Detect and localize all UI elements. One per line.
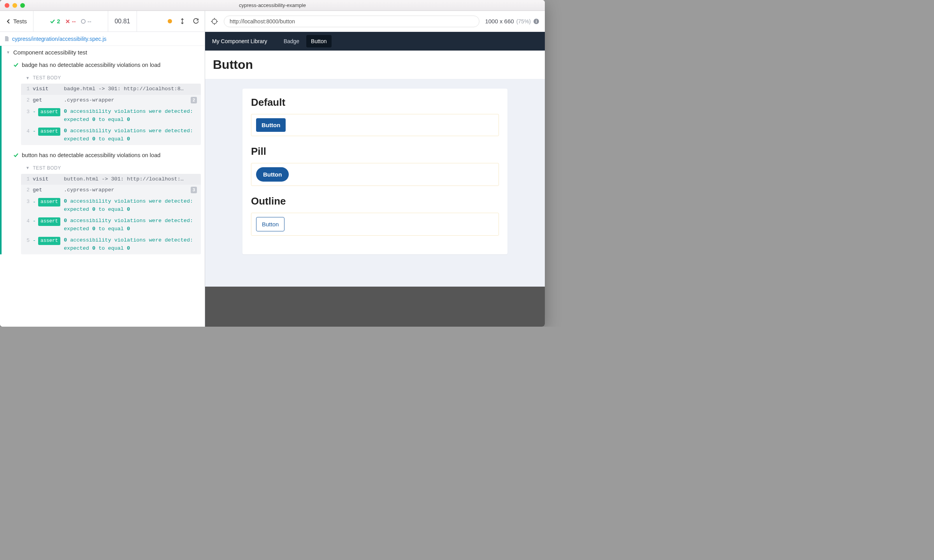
chevron-down-icon: ▼ [26, 166, 30, 170]
line-number: 5 [23, 236, 30, 245]
line-number: 2 [23, 186, 30, 194]
app-window: cypress-accessibility-example Tests 2 -- [0, 0, 545, 327]
command-row[interactable]: 2 get .cypress-wrapper 2 [21, 95, 201, 106]
aui-viewport: My Component Library BadgeButton Button … [205, 32, 545, 327]
suite: ▼ Component accessibility test badge has… [0, 46, 205, 254]
assert-pill: assert [38, 217, 60, 226]
command-row[interactable]: 4 -assert 0 accessibility violations wer… [21, 215, 201, 235]
page-title-row: Button [205, 51, 545, 79]
line-number: 2 [23, 96, 30, 104]
test-runner-pane: Tests 2 -- -- [0, 11, 205, 327]
svg-point-1 [212, 19, 217, 24]
refresh-icon [193, 18, 199, 24]
preview-toolbar: http://localhost:8000/button 1000 x 660 … [205, 11, 545, 32]
check-icon [50, 19, 55, 24]
command-message: 0 accessibility violations were detected… [64, 217, 197, 233]
test-stats: 2 -- -- [33, 11, 108, 32]
mac-titlebar: cypress-accessibility-example [0, 0, 545, 11]
section-heading: Pill [251, 145, 499, 158]
command-message: .cypress-wrapper [64, 96, 188, 105]
line-number: 4 [23, 127, 30, 135]
example-area: Button [251, 213, 499, 236]
chevron-down-icon: ▼ [6, 50, 10, 54]
command-message: 0 accessibility violations were detected… [64, 108, 197, 124]
passed-stat: 2 [50, 18, 60, 24]
test-name: badge has no detectable accessibility vi… [22, 62, 160, 68]
test-body-header[interactable]: ▼TEST BODY [21, 72, 201, 84]
command-name: visit [33, 175, 61, 184]
example-section-outline: OutlineButton [251, 195, 499, 236]
selector-playground-button[interactable] [211, 18, 218, 25]
example-section-default: DefaultButton [251, 96, 499, 136]
command-message: badge.html -> 301: http://localhost:8… [64, 85, 197, 93]
viewport-size[interactable]: 1000 x 660 (75%) [485, 18, 539, 24]
test-name: button has no detectable accessibility v… [22, 152, 160, 158]
command-message: 0 accessibility violations were detected… [64, 236, 197, 253]
check-icon [13, 62, 19, 68]
command-row[interactable]: 4 -assert 0 accessibility violations wer… [21, 126, 201, 145]
command-name: get [33, 96, 61, 105]
chevron-left-icon [6, 19, 11, 24]
aui-navbar: My Component Library BadgeButton [205, 32, 545, 51]
aui-page: My Component Library BadgeButton Button … [205, 32, 545, 287]
test-body: ▼TEST BODY1 visit badge.html -> 301: htt… [21, 72, 201, 145]
test-title-row[interactable]: button has no detectable accessibility v… [2, 149, 205, 161]
chevron-down-icon: ▼ [26, 76, 30, 80]
arrows-vertical-icon [179, 18, 186, 24]
example-area: Button [251, 163, 499, 186]
example-area: Button [251, 114, 499, 136]
line-number: 3 [23, 108, 30, 116]
window-title: cypress-accessibility-example [0, 2, 545, 8]
assert-pill: assert [38, 128, 60, 136]
nav-item-button[interactable]: Button [306, 35, 331, 47]
command-log: 1 visit badge.html -> 301: http://localh… [21, 84, 201, 145]
runner-toolbar: Tests 2 -- -- [0, 11, 205, 32]
check-icon [13, 152, 19, 158]
command-row[interactable]: 3 -assert 0 accessibility violations wer… [21, 106, 201, 126]
section-heading: Default [251, 96, 499, 108]
test-body: ▼TEST BODY1 visit button.html -> 301: ht… [21, 162, 201, 254]
line-number: 1 [23, 175, 30, 183]
command-row[interactable]: 5 -assert 0 accessibility violations wer… [21, 235, 201, 254]
back-to-tests-button[interactable]: Tests [0, 11, 33, 32]
assert-pill: assert [38, 237, 60, 245]
command-row[interactable]: 1 visit button.html -> 301: http://local… [21, 174, 201, 185]
test-tree: ▼ Component accessibility test badge has… [0, 46, 205, 327]
url-display[interactable]: http://localhost:8000/button [224, 16, 479, 27]
command-row[interactable]: 2 get .cypress-wrapper 3 [21, 185, 201, 196]
command-row[interactable]: 1 visit badge.html -> 301: http://localh… [21, 84, 201, 95]
nav-item-badge[interactable]: Badge [279, 35, 304, 47]
element-count-badge: 2 [191, 97, 197, 103]
command-name: get [33, 186, 61, 194]
pending-stat: -- [81, 18, 91, 24]
demo-button-outline[interactable]: Button [256, 217, 284, 231]
circle-icon [81, 19, 86, 24]
command-message: .cypress-wrapper [64, 186, 188, 194]
test-body-label: TEST BODY [33, 75, 61, 80]
spec-file-bar[interactable]: cypress/integration/accessibility.spec.j… [0, 32, 205, 46]
info-icon [533, 18, 539, 24]
suite-title: Component accessibility test [13, 49, 87, 56]
demo-button-pill[interactable]: Button [256, 167, 289, 182]
command-message: button.html -> 301: http://localhost:… [64, 175, 197, 184]
rerun-button[interactable] [193, 18, 199, 24]
duration-display: 00.81 [108, 11, 137, 32]
file-icon [5, 36, 9, 42]
svg-rect-4 [536, 19, 537, 20]
spec-file-path: cypress/integration/accessibility.spec.j… [12, 36, 107, 42]
line-number: 1 [23, 85, 30, 93]
command-log: 1 visit button.html -> 301: http://local… [21, 174, 201, 254]
command-row[interactable]: 3 -assert 0 accessibility violations wer… [21, 196, 201, 215]
viewport-scale-button[interactable] [179, 18, 186, 24]
suite-title-row[interactable]: ▼ Component accessibility test [2, 46, 205, 59]
content-area: DefaultButtonPillButtonOutlineButton [205, 79, 545, 287]
examples-card: DefaultButtonPillButtonOutlineButton [242, 89, 507, 254]
status-indicator-icon [168, 19, 172, 23]
brand[interactable]: My Component Library [212, 38, 267, 44]
command-message: 0 accessibility violations were detected… [64, 127, 197, 144]
test-title-row[interactable]: badge has no detectable accessibility vi… [2, 59, 205, 71]
test-body-header[interactable]: ▼TEST BODY [21, 162, 201, 174]
demo-button-default[interactable]: Button [256, 118, 286, 132]
element-count-badge: 3 [191, 187, 197, 193]
crosshair-icon [211, 18, 218, 25]
